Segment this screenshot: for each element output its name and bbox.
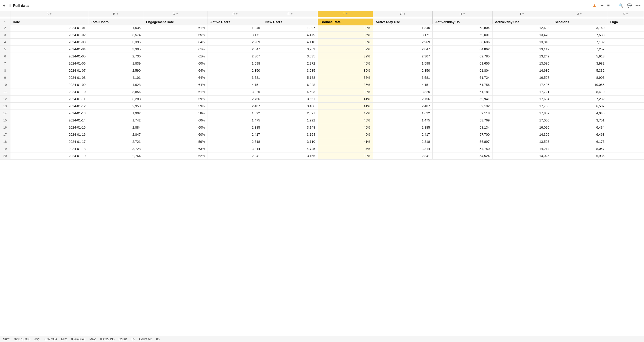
field-total-users[interactable]: Total Users [88,18,143,26]
table-cell: 40% [318,117,373,124]
table-cell: 2,756 [208,96,263,103]
comment-icon[interactable]: 💬 [627,3,632,8]
table-cell: 61,181 [433,88,492,96]
row-num-field: 1 [0,18,10,26]
col-letter-C[interactable]: C ▼ [143,11,208,17]
field-active-users[interactable]: Active Users [208,18,263,26]
table-cell: 5,332 [552,67,607,74]
table-cell: 39% [318,46,373,53]
table-cell: 2024-01-04 [10,46,88,53]
table-cell: 4,110 [263,39,318,46]
table-cell: 2024-01-19 [10,152,88,160]
table-cell [607,74,644,81]
table-cell: 5,986 [552,152,607,160]
table-cell: 2024-01-10 [10,88,88,96]
table-row: 182024-01-172,72159%2,3183,11041%2,31856… [0,138,644,145]
table-cell: 37% [318,145,373,152]
table-row: 62024-01-052,73061%2,3073,03539%2,30762,… [0,53,644,60]
table-cell [607,88,644,96]
table-cell: 59% [143,96,208,103]
table-cell: 2,764 [88,152,143,160]
table-cell: 2,969 [373,39,433,46]
field-active1day[interactable]: Active1day Use [373,18,433,26]
col-letter-K[interactable]: K ▼ [607,11,644,17]
table-cell: 2,969 [208,39,263,46]
field-enga[interactable]: Enga... [607,18,644,26]
table-cell: 2024-01-18 [10,145,88,152]
field-bounce-rate[interactable]: Bounce Rate [318,18,373,26]
search-icon[interactable]: 🔍 [619,3,623,8]
row-number: 8 [0,67,10,74]
table-cell: 4,693 [263,88,318,96]
table-cell: 2,318 [208,138,263,145]
table-cell: 3,305 [88,46,143,53]
table-cell: 40% [318,124,373,131]
table-cell: 2,350 [208,67,263,74]
row-number: 19 [0,145,10,152]
table-cell: 36% [318,74,373,81]
min-label: Min: [61,337,67,341]
table-cell: 14,214 [492,145,552,152]
table-cell: 13,112 [492,46,552,53]
table-row: 202024-01-192,76462%2,3413,15538%2,34154… [0,152,644,160]
table-cell: 2,487 [208,103,263,110]
table-cell: 40% [318,60,373,67]
table-cell: 60% [143,60,208,67]
table-cell [607,110,644,117]
avg-value: 0.377304 [44,337,57,341]
table-row: 32024-01-023,57465%3,1714,47935%3,17169,… [0,32,644,39]
table-cell: 2024-01-06 [10,60,88,67]
wand-icon[interactable]: ✦ [600,3,604,8]
chart-icon[interactable]: ▲ [592,3,597,8]
field-engagement-rate[interactable]: Engagement Rate [143,18,208,26]
col-letter-G[interactable]: G ▼ [373,11,433,17]
col-letter-J[interactable]: J ▼ [552,11,607,17]
col-letter-B[interactable]: B ▼ [88,11,143,17]
col-letter-F[interactable]: F ▼ [318,11,373,17]
table-cell: 61,656 [433,60,492,67]
col-letter-D[interactable]: D ▼ [208,11,263,17]
table-cell [607,46,644,53]
table-cell: 57,700 [433,131,492,138]
table-cell: 58,769 [433,117,492,124]
row-number: 14 [0,110,10,117]
row-number: 20 [0,152,10,160]
table-cell: 17,496 [492,81,552,88]
field-new-users[interactable]: New Users [263,18,318,26]
col-letter-H[interactable]: H ▼ [433,11,492,17]
table-cell [607,138,644,145]
table-cell: 2,417 [373,131,433,138]
table-cell: 64% [143,74,208,81]
col-letter-A[interactable]: A ▼ [10,11,88,17]
table-cell [607,32,644,39]
drag-handle[interactable]: ⠿ [8,4,11,8]
col-letter-I[interactable]: I ▼ [492,11,552,17]
field-active28day[interactable]: Active28day Us [433,18,492,26]
row-number: 16 [0,124,10,131]
field-sessions[interactable]: Sessions [552,18,607,26]
table-cell: 2,307 [373,53,433,60]
field-date[interactable]: Date [10,18,88,26]
table-cell: 3,110 [263,138,318,145]
col-letter-E[interactable]: E ▼ [263,11,318,17]
table-cell: 2024-01-08 [10,74,88,81]
more-icon[interactable]: ••• [635,3,641,8]
sort-icon[interactable]: ↑ [613,3,615,8]
table-cell: 3,581 [373,74,433,81]
table-cell: 2,318 [373,138,433,145]
table-cell: 58,134 [433,124,492,131]
max-label: Max: [90,337,96,341]
row-number: 9 [0,74,10,81]
table-cell: 62% [143,152,208,160]
table-cell: 2024-01-05 [10,53,88,60]
table-cell: 2,385 [373,124,433,131]
table-cell: 2,590 [88,67,143,74]
table-cell: 13,816 [492,39,552,46]
data-table: A ▼ B ▼ C ▼ D ▼ E ▼ F ▼ G ▼ [0,11,644,160]
add-button[interactable]: + [3,3,5,8]
filter-icon[interactable]: ≡ [607,3,609,8]
top-bar: + ⠿ Full data ▲ ✦ ≡ ↑ 🔍 💬 ••• [0,0,644,11]
table-cell: 1,598 [208,60,263,67]
table-cell: 8,903 [552,74,607,81]
field-active7day[interactable]: Active7day Use [492,18,552,26]
